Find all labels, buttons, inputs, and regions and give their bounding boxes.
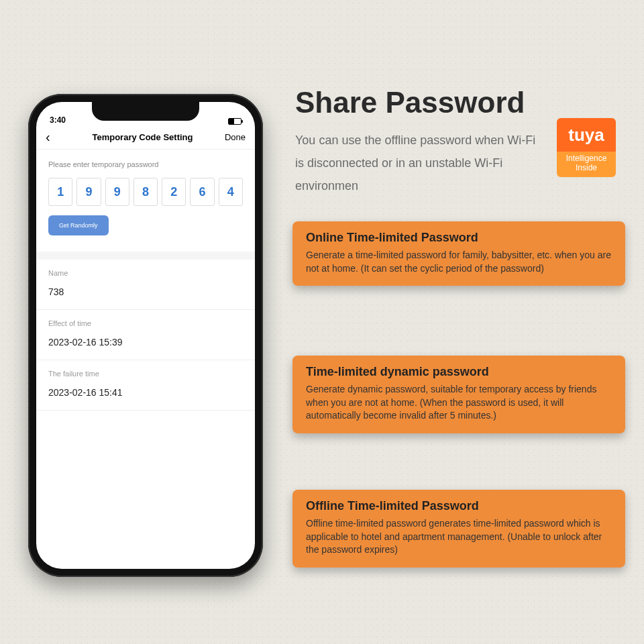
name-label: Name — [48, 269, 243, 277]
code-digit[interactable]: 9 — [105, 178, 129, 206]
card-body: Generate a time-limited password for fam… — [306, 249, 612, 275]
phone-screen: 3:40 ‹ Temporary Code Setting Done Pleas… — [36, 102, 255, 569]
headline-title: Share Password — [295, 86, 617, 119]
divider — [36, 410, 255, 411]
feature-card-dynamic: Time-limited dynamic password Generate d… — [292, 356, 625, 433]
feature-card-offline: Offline Time-limited Password Offline ti… — [292, 490, 625, 568]
tuya-tagline-1: Intelligence — [566, 154, 607, 163]
status-time: 3:40 — [50, 115, 66, 125]
code-digit[interactable]: 6 — [190, 178, 214, 206]
card-title: Offline Time-limited Password — [306, 499, 612, 513]
card-body: Offline time-limited password generates … — [306, 517, 612, 557]
phone-notch — [92, 102, 199, 121]
effect-row[interactable]: Effect of time 2023-02-16 15:39 — [36, 310, 255, 350]
page-title: Temporary Code Setting — [60, 132, 225, 142]
tuya-badge: tuya Intelligence Inside — [557, 118, 616, 177]
code-digit[interactable]: 4 — [219, 178, 243, 206]
headline-desc: You can use the offline password when Wi… — [295, 129, 537, 198]
get-randomly-button[interactable]: Get Randomly — [48, 215, 109, 235]
card-title: Online Time-limited Password — [306, 231, 612, 245]
tuya-logo: tuya — [557, 118, 616, 152]
name-row[interactable]: Name 738 — [36, 260, 255, 300]
code-input-row: 1 9 9 8 2 6 4 — [48, 178, 243, 206]
failure-label: The failure time — [48, 370, 243, 378]
effect-label: Effect of time — [48, 319, 243, 327]
phone-mockup: 3:40 ‹ Temporary Code Setting Done Pleas… — [28, 94, 263, 577]
done-button[interactable]: Done — [225, 132, 246, 142]
tuya-tagline: Intelligence Inside — [557, 152, 616, 177]
battery-icon — [228, 118, 241, 125]
tuya-tagline-2: Inside — [576, 163, 597, 172]
back-icon[interactable]: ‹ — [46, 130, 60, 144]
code-digit[interactable]: 8 — [133, 178, 158, 206]
failure-value: 2023-02-16 15:41 — [48, 387, 243, 398]
code-digit[interactable]: 9 — [76, 178, 101, 206]
feature-card-online: Online Time-limited Password Generate a … — [292, 221, 625, 286]
failure-row[interactable]: The failure time 2023-02-16 15:41 — [36, 360, 255, 400]
code-digit[interactable]: 2 — [162, 178, 186, 206]
nav-bar: ‹ Temporary Code Setting Done — [36, 126, 255, 149]
password-prompt: Please enter temporary password — [48, 160, 243, 168]
effect-value: 2023-02-16 15:39 — [48, 337, 243, 347]
section-gap — [36, 252, 255, 260]
card-title: Time-limited dynamic password — [306, 365, 612, 379]
name-value: 738 — [48, 286, 243, 297]
password-section: Please enter temporary password 1 9 9 8 … — [36, 150, 255, 239]
card-body: Generate dynamic password, suitable for … — [306, 383, 612, 423]
code-digit[interactable]: 1 — [48, 178, 72, 206]
